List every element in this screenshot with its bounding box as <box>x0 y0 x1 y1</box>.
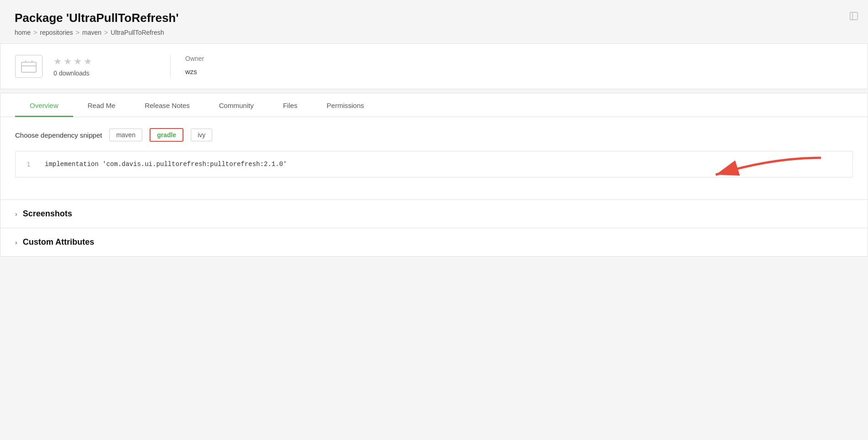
custom-attributes-chevron-icon: › <box>15 239 17 246</box>
screenshots-section[interactable]: › Screenshots <box>0 199 868 228</box>
code-block: 1 implementation 'com.davis.ui.pulltoref… <box>15 151 853 177</box>
content-area: Choose dependency snippet maven gradle i… <box>0 117 868 199</box>
breadcrumb: home > repositories > maven > UltraPullT… <box>15 29 853 36</box>
tab-files[interactable]: Files <box>268 93 312 117</box>
snippet-gradle-button[interactable]: gradle <box>150 128 183 142</box>
snippet-row: Choose dependency snippet maven gradle i… <box>15 128 853 142</box>
breadcrumb-sep-2: > <box>76 29 80 36</box>
snippet-ivy-button[interactable]: ivy <box>191 129 212 141</box>
tab-readme[interactable]: Read Me <box>73 93 130 117</box>
breadcrumb-sep-3: > <box>104 29 108 36</box>
tab-permissions[interactable]: Permissions <box>312 93 379 117</box>
owner-label: Owner <box>185 55 204 62</box>
tab-release-notes[interactable]: Release Notes <box>130 93 204 117</box>
custom-attributes-section[interactable]: › Custom Attributes <box>0 228 868 256</box>
tabs-section: Overview Read Me Release Notes Community… <box>0 93 868 257</box>
star-2: ★ <box>64 56 72 67</box>
top-right-icon <box>849 11 859 22</box>
code-content: implementation 'com.davis.ui.pulltorefre… <box>45 161 287 168</box>
breadcrumb-package: UltraPullToRefresh <box>111 29 164 36</box>
info-left: ★ ★ ★ ★ 0 downloads <box>15 55 171 78</box>
star-4: ★ <box>84 56 92 67</box>
info-card: ★ ★ ★ ★ 0 downloads Owner wzs <box>0 43 868 89</box>
svg-rect-0 <box>850 12 858 20</box>
stars-downloads: ★ ★ ★ ★ 0 downloads <box>54 56 92 77</box>
page-title: Package 'UltraPullToRefresh' <box>15 11 853 25</box>
screenshots-chevron-icon: › <box>15 210 17 218</box>
stars-row: ★ ★ ★ ★ <box>54 56 92 67</box>
tab-overview[interactable]: Overview <box>15 93 73 117</box>
package-icon <box>15 55 43 78</box>
breadcrumb-home[interactable]: home <box>15 29 31 36</box>
code-block-wrapper: 1 implementation 'com.davis.ui.pulltoref… <box>15 151 853 188</box>
screenshots-title: Screenshots <box>23 209 72 219</box>
line-number: 1 <box>27 161 34 168</box>
snippet-maven-button[interactable]: maven <box>109 129 142 141</box>
downloads-text: 0 downloads <box>54 70 92 77</box>
snippet-label: Choose dependency snippet <box>15 131 102 139</box>
breadcrumb-repositories[interactable]: repositories <box>40 29 73 36</box>
breadcrumb-sep-1: > <box>33 29 37 36</box>
tab-community[interactable]: Community <box>204 93 268 117</box>
star-3: ★ <box>74 56 82 67</box>
owner-name: wzs <box>185 68 204 75</box>
svg-rect-2 <box>21 62 36 72</box>
info-right: Owner wzs <box>171 55 204 75</box>
breadcrumb-maven[interactable]: maven <box>82 29 102 36</box>
star-1: ★ <box>54 56 62 67</box>
tabs-bar: Overview Read Me Release Notes Community… <box>0 93 868 117</box>
custom-attributes-title: Custom Attributes <box>23 237 94 247</box>
